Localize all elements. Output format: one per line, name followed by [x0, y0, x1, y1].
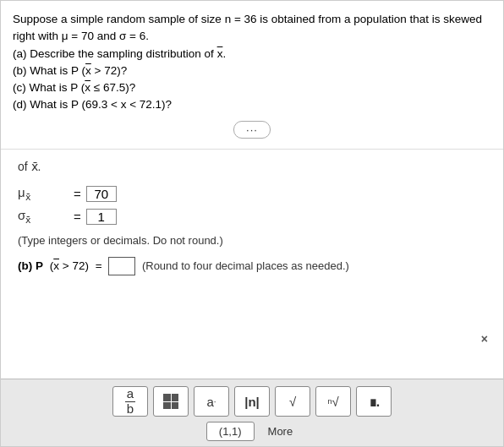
- bottom-toolbar: × a b a·: [1, 379, 503, 446]
- toolbar-row: a b a· |n|: [11, 386, 493, 417]
- matrix-button[interactable]: [153, 386, 189, 417]
- sigma-equals: =: [74, 210, 81, 224]
- part-a: (a) Describe the sampling distribution o…: [13, 46, 491, 63]
- part-b: (b) What is P (x > 72)?: [13, 63, 491, 79]
- more-symbol-button[interactable]: ∎.: [356, 386, 392, 417]
- secondary-row: (1,1) More: [206, 422, 298, 441]
- part-b-answer-row: (b) P (x > 72) = (Round to four decimal …: [18, 257, 486, 275]
- part-c-text: What is P (x ≤ 67.5)?: [30, 81, 136, 94]
- pair-button[interactable]: (1,1): [206, 422, 255, 441]
- part-d: (d) What is P (69.3 < x < 72.1)?: [13, 96, 491, 113]
- sigma-value: 1: [86, 209, 117, 225]
- sigma-row: σx̄ = 1: [18, 208, 486, 226]
- problem-intro: Suppose a simple random sample of size n…: [13, 11, 491, 46]
- part-b-text: What is P (x > 72)?: [30, 64, 127, 77]
- expand-button[interactable]: ···: [233, 121, 271, 139]
- part-b-label: (b): [13, 64, 27, 77]
- mu-row: μx̄ = 70: [18, 185, 486, 203]
- part-a-label: (a): [13, 47, 27, 60]
- nth-root-button[interactable]: n√: [315, 386, 351, 417]
- main-content: of x̄. μx̄ = 70 σx̄ = 1 (Type integers o…: [1, 150, 503, 379]
- superscript-icon: a·: [206, 395, 216, 409]
- mu-label: μx̄: [18, 185, 68, 203]
- part-c: (c) What is P (x ≤ 67.5)?: [13, 79, 491, 96]
- nth-root-icon: n√: [327, 395, 338, 409]
- problem-section: Suppose a simple random sample of size n…: [1, 1, 503, 150]
- mu-value: 70: [86, 186, 117, 202]
- round-note: (Round to four decimal places as needed.…: [139, 259, 349, 272]
- part-b-condition: (x > 72): [47, 259, 89, 272]
- sigma-label: σx̄: [18, 208, 68, 226]
- absolute-value-icon: |n|: [244, 395, 260, 409]
- part-b-prefix: (b) P: [18, 259, 43, 272]
- sqrt-icon: √: [289, 395, 296, 409]
- type-note: (Type integers or decimals. Do not round…: [18, 234, 486, 247]
- part-b-eq: =: [92, 259, 105, 272]
- superscript-button[interactable]: a·: [194, 386, 229, 417]
- absolute-value-button[interactable]: |n|: [234, 386, 270, 417]
- matrix-icon: [163, 394, 178, 409]
- more-button[interactable]: More: [263, 422, 299, 440]
- mu-equals: =: [74, 187, 81, 201]
- answer-input-box[interactable]: [108, 257, 135, 275]
- of-x-label: of x̄.: [18, 160, 486, 173]
- close-button[interactable]: ×: [481, 332, 488, 346]
- fraction-icon: a b: [125, 387, 135, 416]
- part-d-label: (d): [13, 98, 27, 111]
- part-d-text: What is P (69.3 < x < 72.1)?: [30, 98, 172, 111]
- more-symbol-icon: ∎.: [369, 394, 379, 410]
- sqrt-button[interactable]: √: [275, 386, 310, 417]
- fraction-button[interactable]: a b: [112, 386, 148, 417]
- part-c-label: (c): [13, 81, 26, 94]
- part-a-text: Describe the sampling distribution of x.: [30, 47, 226, 60]
